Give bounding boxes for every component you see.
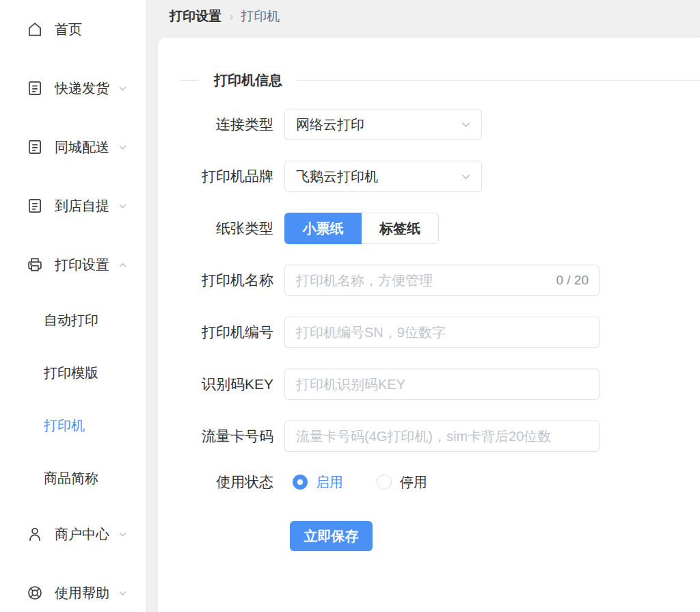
sidebar: 首页 快递发货 同城配送 到店自提 打印设置 (0, 0, 147, 612)
printer-form: 连接类型 网络云打印 打印机品牌 飞鹅云打印机 (158, 109, 700, 551)
printer-name-label: 打印机名称 (180, 271, 273, 290)
connection-type-value: 网络云打印 (296, 116, 364, 134)
sidebar-item-label: 快递发货 (55, 79, 109, 98)
status-label: 使用状态 (180, 473, 273, 492)
chevron-down-icon (118, 83, 128, 94)
breadcrumb-parent[interactable]: 打印设置 (170, 8, 221, 25)
chevron-down-icon (460, 119, 472, 131)
chevron-down-icon (118, 201, 128, 211)
radio-unselected-icon (377, 475, 392, 490)
sim-number-input[interactable] (284, 421, 600, 452)
sidebar-item-label: 使用帮助 (55, 584, 109, 602)
printer-sn-field-wrap (284, 317, 600, 348)
status-radio-disabled[interactable]: 停用 (377, 473, 427, 492)
sidebar-item-label: 同城配送 (55, 138, 109, 157)
sidebar-subitem-product-abbrev[interactable]: 商品简称 (0, 452, 146, 505)
sidebar-item-city-delivery[interactable]: 同城配送 (0, 118, 146, 176)
chevron-right-icon: › (229, 9, 233, 24)
printer-sn-input[interactable] (284, 317, 600, 348)
printer-icon (26, 256, 44, 274)
sidebar-subitem-label: 自动打印 (44, 311, 98, 330)
sidebar-item-label: 打印设置 (55, 256, 109, 274)
document-icon (26, 79, 44, 97)
printer-brand-select[interactable]: 飞鹅云打印机 (284, 161, 482, 192)
sidebar-subitem-print-template[interactable]: 打印模版 (0, 347, 146, 399)
divider-line (180, 80, 199, 81)
printer-sn-row: 打印机编号 (180, 317, 700, 348)
sidebar-subitem-label: 打印机 (44, 416, 85, 435)
connection-type-label: 连接类型 (180, 115, 273, 134)
printer-brand-value: 飞鹅云打印机 (296, 168, 378, 186)
radio-selected-icon (293, 475, 308, 490)
section-title: 打印机信息 (214, 71, 282, 90)
chevron-down-icon (118, 588, 128, 598)
sidebar-item-home[interactable]: 首页 (0, 0, 146, 59)
paper-type-option-receipt[interactable]: 小票纸 (284, 213, 362, 244)
sidebar-item-express-shipping[interactable]: 快递发货 (0, 59, 146, 118)
sidebar-item-store-pickup[interactable]: 到店自提 (0, 176, 146, 235)
printer-sn-label: 打印机编号 (180, 323, 273, 342)
printer-brand-label: 打印机品牌 (180, 167, 273, 186)
sidebar-subitem-label: 打印模版 (44, 364, 98, 382)
paper-type-label: 纸张类型 (180, 219, 273, 238)
breadcrumb-current: 打印机 (241, 8, 280, 25)
paper-type-option-label[interactable]: 标签纸 (362, 213, 439, 244)
document-icon (26, 138, 44, 156)
document-icon (26, 197, 44, 215)
paper-type-row: 纸张类型 小票纸 标签纸 (180, 213, 700, 244)
sidebar-subitem-auto-print[interactable]: 自动打印 (0, 294, 146, 347)
sim-number-row: 流量卡号码 (180, 421, 700, 452)
sidebar-item-print-settings[interactable]: 打印设置 (0, 235, 146, 294)
home-icon (26, 21, 44, 38)
chevron-down-icon (118, 529, 128, 540)
status-radio-enabled[interactable]: 启用 (293, 473, 343, 492)
connection-type-row: 连接类型 网络云打印 (180, 109, 700, 140)
paper-type-segmented: 小票纸 标签纸 (284, 213, 439, 244)
breadcrumb: 打印设置 › 打印机 (147, 0, 700, 33)
printer-key-row: 识别码KEY (180, 369, 700, 400)
status-radio-group: 启用 停用 (284, 473, 427, 492)
sidebar-item-label: 到店自提 (55, 197, 109, 215)
char-counter: 0 / 20 (556, 273, 589, 288)
section-header: 打印机信息 (180, 70, 700, 90)
sidebar-subitem-printer[interactable]: 打印机 (0, 399, 146, 452)
status-option-label: 启用 (316, 473, 343, 492)
chevron-down-icon (460, 171, 472, 183)
printer-brand-row: 打印机品牌 飞鹅云打印机 (180, 161, 700, 192)
sidebar-item-merchant-center[interactable]: 商户中心 (0, 505, 146, 563)
printer-key-field-wrap (284, 369, 600, 400)
sidebar-item-label: 首页 (55, 21, 82, 39)
printer-name-row: 打印机名称 0 / 20 (180, 265, 700, 296)
printer-key-label: 识别码KEY (180, 375, 273, 394)
user-icon (26, 525, 44, 543)
sim-number-field-wrap (284, 421, 600, 452)
help-lifebuoy-icon (26, 584, 44, 602)
connection-type-select[interactable]: 网络云打印 (284, 109, 482, 140)
main-area: 打印设置 › 打印机 打印机信息 连接类型 网络云打印 打印机品 (147, 0, 700, 612)
status-row: 使用状态 启用 停用 (180, 473, 700, 492)
sidebar-subitem-label: 商品简称 (44, 469, 98, 488)
printer-name-input[interactable] (284, 265, 600, 296)
sidebar-item-help[interactable]: 使用帮助 (0, 563, 146, 612)
divider-line (297, 80, 700, 81)
printer-key-input[interactable] (284, 369, 600, 400)
content-card: 打印机信息 连接类型 网络云打印 打印机品牌 飞鹅云打印机 (158, 38, 700, 612)
chevron-down-icon (118, 142, 128, 152)
status-option-label: 停用 (400, 473, 427, 492)
save-button[interactable]: 立即保存 (290, 521, 373, 551)
chevron-up-icon (118, 260, 128, 270)
sidebar-item-label: 商户中心 (55, 525, 109, 544)
printer-name-field-wrap: 0 / 20 (284, 265, 600, 296)
sim-number-label: 流量卡号码 (180, 427, 273, 446)
